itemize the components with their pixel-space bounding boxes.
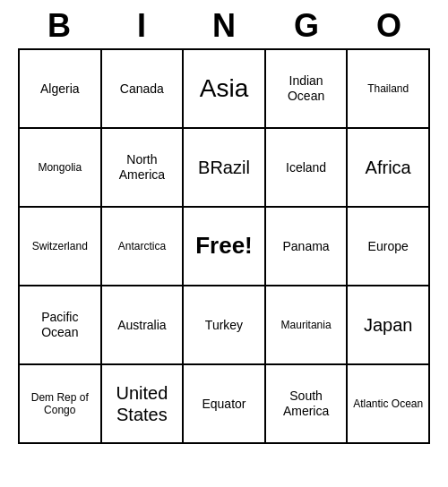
bingo-cell: Canada [102, 50, 185, 129]
bingo-cell: United States [102, 365, 185, 444]
bingo-cell: Dem Rep of Congo [20, 365, 102, 444]
bingo-cell: Algeria [20, 50, 102, 129]
bingo-cell: Europe [348, 208, 430, 286]
bingo-cell: Pacific Ocean [20, 286, 102, 365]
bingo-cell: Indian Ocean [266, 50, 349, 129]
bingo-letter: I [104, 7, 179, 45]
bingo-cell: Africa [348, 129, 430, 208]
bingo-cell: Asia [184, 50, 266, 129]
bingo-letter: N [186, 7, 262, 45]
bingo-row: Pacific OceanAustraliaTurkeyMauritaniaJa… [20, 286, 430, 365]
bingo-cell: Antarctica [102, 208, 185, 286]
bingo-letter: G [269, 7, 344, 45]
bingo-cell: Free! [184, 208, 266, 286]
bingo-cell: Thailand [348, 50, 430, 129]
bingo-row: Dem Rep of CongoUnited StatesEquatorSout… [20, 365, 430, 444]
bingo-cell: Turkey [184, 286, 266, 365]
bingo-row: SwitzerlandAntarcticaFree!PanamaEurope [20, 208, 430, 286]
bingo-cell: Atlantic Ocean [348, 365, 430, 444]
bingo-cell: Iceland [266, 129, 349, 208]
bingo-cell: North America [102, 129, 185, 208]
bingo-cell: Mauritania [266, 286, 349, 365]
bingo-cell: Australia [102, 286, 185, 365]
bingo-letter: B [22, 7, 97, 45]
bingo-cell: Switzerland [20, 208, 102, 286]
bingo-cell: BRazil [184, 129, 266, 208]
bingo-grid: AlgeriaCanadaAsiaIndian OceanThailandMon… [18, 48, 430, 444]
bingo-letter: O [351, 7, 426, 45]
bingo-cell: Mongolia [20, 129, 102, 208]
bingo-cell: Equator [184, 365, 266, 444]
bingo-row: AlgeriaCanadaAsiaIndian OceanThailand [20, 50, 430, 129]
bingo-cell: Japan [348, 286, 430, 365]
bingo-row: MongoliaNorth AmericaBRazilIcelandAfrica [20, 129, 430, 208]
bingo-cell: Panama [266, 208, 349, 286]
bingo-cell: South America [266, 365, 349, 444]
bingo-title: BINGO [18, 0, 430, 48]
